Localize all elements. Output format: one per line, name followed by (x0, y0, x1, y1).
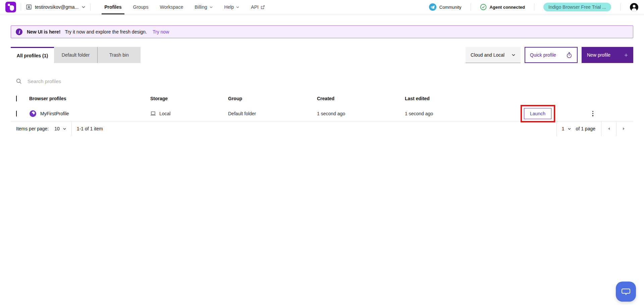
page-content: i New UI is here! Try it now and explore… (0, 25, 644, 136)
nav-api[interactable]: API (245, 0, 271, 14)
support-chat-button[interactable] (616, 282, 636, 302)
agent-status: Agent connected (480, 4, 525, 10)
divider (620, 3, 621, 11)
banner-try-now-link[interactable]: Try now (153, 29, 169, 35)
created-cell: 1 second ago (317, 111, 345, 116)
divider (90, 3, 91, 11)
nav-groups[interactable]: Groups (127, 0, 154, 14)
chevron-down-icon (512, 54, 516, 56)
divider (534, 3, 534, 11)
next-page-button[interactable] (616, 121, 631, 136)
pagination-left: Items per page: 10 1-1 of 1 item (11, 121, 103, 136)
launch-button[interactable]: Launch (524, 108, 551, 119)
page-select[interactable]: 1 (562, 126, 571, 131)
new-profile-label: New profile (587, 52, 610, 58)
trial-badge[interactable]: Indigo Browser Free Trial ... (543, 3, 611, 11)
search-icon (16, 78, 22, 84)
search-bar (11, 74, 633, 88)
nav-profiles[interactable]: Profiles (99, 0, 127, 14)
row-checkbox[interactable] (16, 111, 17, 116)
topbar-right: Community Agent connected Indigo Browser… (429, 3, 639, 12)
telegram-icon (429, 3, 436, 11)
storage-filter-value: Cloud and Local (471, 52, 504, 58)
nav-label: Groups (133, 4, 149, 10)
new-profile-button[interactable]: New profile + (582, 47, 633, 63)
pagination-right: 1 of 1 page (551, 121, 631, 136)
search-input[interactable] (27, 78, 168, 84)
page-value: 1 (562, 126, 565, 131)
items-per-page-select[interactable]: 10 (54, 126, 66, 131)
prev-page-button[interactable] (601, 121, 616, 136)
table-row: MyFirstProfile Local Default folder 1 se… (11, 106, 633, 121)
nav-help[interactable]: Help (219, 0, 246, 14)
app-logo[interactable] (5, 2, 16, 12)
external-link-icon (261, 5, 265, 9)
select-all-checkbox[interactable] (16, 96, 17, 101)
timer-icon (566, 52, 572, 58)
tab-all-profiles[interactable]: All profiles (1) (11, 47, 54, 63)
banner-title: New UI is here! (27, 29, 60, 35)
group-cell: Default folder (228, 111, 256, 116)
launch-cell: Launch (524, 108, 551, 119)
chevron-down-icon (209, 6, 213, 8)
items-per-page-label: Items per page: (16, 126, 49, 131)
nav-label: Billing (195, 4, 207, 10)
nav-label: Profiles (104, 4, 121, 10)
laptop-icon (150, 111, 156, 116)
avatar[interactable] (630, 3, 639, 12)
logo-drop (10, 5, 14, 11)
quick-profile-label: Quick profile (530, 52, 556, 58)
tab-label: Trash bin (109, 52, 129, 58)
col-last-edited: Last edited (405, 96, 430, 101)
divider (556, 121, 557, 136)
info-icon: i (16, 28, 22, 35)
divider (71, 121, 72, 136)
items-per-page-value: 10 (54, 126, 60, 131)
last-edited-cell: 1 second ago (405, 111, 433, 116)
table-header: Browser profiles Storage Group Created L… (11, 91, 633, 106)
main-nav: Profiles Groups Workspace Billing Help A… (99, 0, 271, 14)
tab-default-folder[interactable]: Default folder (54, 47, 97, 63)
chevron-down-icon (568, 128, 571, 130)
col-browser-profiles: Browser profiles (29, 96, 66, 101)
profile-name-cell[interactable]: MyFirstProfile (29, 110, 69, 117)
tab-trash-bin[interactable]: Trash bin (97, 47, 141, 63)
chat-bubble-icon (621, 287, 631, 296)
page-of-text: of 1 page (576, 126, 595, 131)
toolbar-actions: Cloud and Local Quick profile New profil… (466, 47, 633, 63)
tab-label: Default folder (62, 52, 90, 58)
col-created: Created (317, 96, 334, 101)
nav-label: API (251, 4, 259, 10)
community-link[interactable]: Community (429, 3, 462, 11)
col-storage: Storage (150, 96, 168, 101)
check-circle-icon (480, 4, 487, 10)
community-label: Community (439, 5, 462, 10)
nav-workspace[interactable]: Workspace (154, 0, 189, 14)
nav-label: Workspace (160, 4, 183, 10)
account-card-icon (26, 4, 32, 10)
profile-avatar-icon (29, 110, 37, 117)
chevron-down-icon (63, 128, 66, 130)
storage-value: Local (159, 111, 170, 116)
account-email: testirovsikov@gma... (35, 4, 78, 10)
nav-label: Help (224, 4, 234, 10)
quick-profile-button[interactable]: Quick profile (525, 47, 578, 63)
pagination-bar: Items per page: 10 1-1 of 1 item 1 of 1 … (11, 121, 633, 136)
tabs-toolbar-row: All profiles (1) Default folder Trash bi… (11, 47, 633, 63)
nav-billing[interactable]: Billing (189, 0, 218, 14)
top-bar: testirovsikov@gma... Profiles Groups Wor… (0, 0, 644, 14)
item-range-text: 1-1 of 1 item (77, 126, 103, 131)
storage-cell: Local (150, 111, 170, 116)
new-ui-banner: i New UI is here! Try it now and explore… (11, 25, 633, 38)
divider (21, 3, 21, 11)
agent-status-label: Agent connected (490, 5, 525, 10)
divider (471, 3, 471, 11)
banner-message: Try it now and explore the fresh design. (65, 29, 147, 35)
folder-tabs: All profiles (1) Default folder Trash bi… (11, 47, 141, 63)
account-switcher[interactable]: testirovsikov@gma... (26, 4, 86, 10)
profile-name: MyFirstProfile (40, 111, 69, 116)
row-menu-kebab[interactable] (590, 109, 596, 118)
col-group: Group (228, 96, 242, 101)
chevron-down-icon (236, 6, 239, 8)
storage-filter-select[interactable]: Cloud and Local (466, 47, 521, 63)
